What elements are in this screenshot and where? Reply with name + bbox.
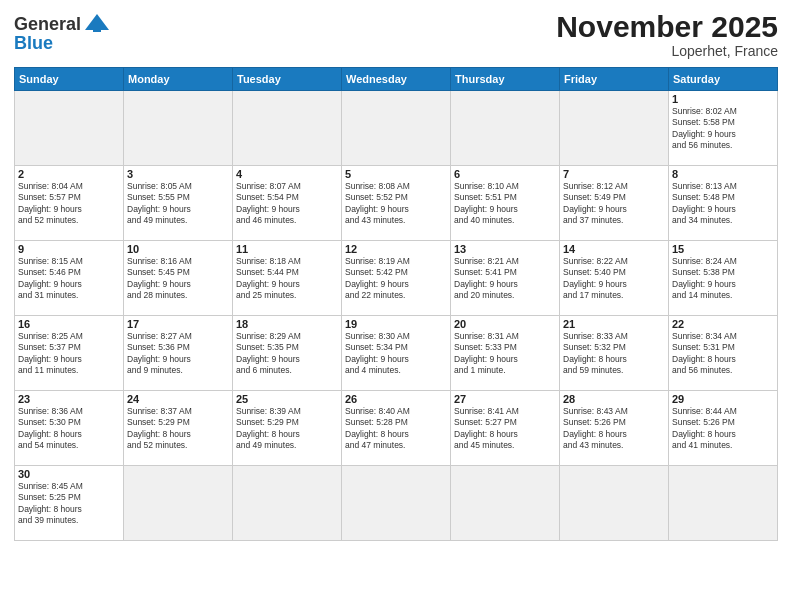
calendar-cell: 21Sunrise: 8:33 AM Sunset: 5:32 PM Dayli… [560, 316, 669, 391]
day-info: Sunrise: 8:21 AM Sunset: 5:41 PM Dayligh… [454, 256, 556, 302]
day-info: Sunrise: 8:27 AM Sunset: 5:36 PM Dayligh… [127, 331, 229, 377]
calendar-week-row: 16Sunrise: 8:25 AM Sunset: 5:37 PM Dayli… [15, 316, 778, 391]
day-number: 8 [672, 168, 774, 180]
calendar-cell: 2Sunrise: 8:04 AM Sunset: 5:57 PM Daylig… [15, 166, 124, 241]
calendar-header-row: Sunday Monday Tuesday Wednesday Thursday… [15, 68, 778, 91]
day-number: 9 [18, 243, 120, 255]
day-number: 27 [454, 393, 556, 405]
day-info: Sunrise: 8:25 AM Sunset: 5:37 PM Dayligh… [18, 331, 120, 377]
day-number: 10 [127, 243, 229, 255]
calendar-cell [342, 466, 451, 541]
calendar-cell: 4Sunrise: 8:07 AM Sunset: 5:54 PM Daylig… [233, 166, 342, 241]
day-info: Sunrise: 8:12 AM Sunset: 5:49 PM Dayligh… [563, 181, 665, 227]
day-info: Sunrise: 8:36 AM Sunset: 5:30 PM Dayligh… [18, 406, 120, 452]
day-info: Sunrise: 8:16 AM Sunset: 5:45 PM Dayligh… [127, 256, 229, 302]
day-number: 11 [236, 243, 338, 255]
title-block: November 2025 Loperhet, France [556, 10, 778, 59]
day-info: Sunrise: 8:30 AM Sunset: 5:34 PM Dayligh… [345, 331, 447, 377]
calendar-cell: 5Sunrise: 8:08 AM Sunset: 5:52 PM Daylig… [342, 166, 451, 241]
svg-rect-1 [93, 24, 101, 32]
calendar-cell [451, 466, 560, 541]
day-info: Sunrise: 8:41 AM Sunset: 5:27 PM Dayligh… [454, 406, 556, 452]
day-info: Sunrise: 8:04 AM Sunset: 5:57 PM Dayligh… [18, 181, 120, 227]
day-number: 14 [563, 243, 665, 255]
day-number: 30 [18, 468, 120, 480]
day-info: Sunrise: 8:13 AM Sunset: 5:48 PM Dayligh… [672, 181, 774, 227]
calendar-cell: 11Sunrise: 8:18 AM Sunset: 5:44 PM Dayli… [233, 241, 342, 316]
day-info: Sunrise: 8:45 AM Sunset: 5:25 PM Dayligh… [18, 481, 120, 527]
day-number: 12 [345, 243, 447, 255]
calendar-cell: 23Sunrise: 8:36 AM Sunset: 5:30 PM Dayli… [15, 391, 124, 466]
calendar-cell: 18Sunrise: 8:29 AM Sunset: 5:35 PM Dayli… [233, 316, 342, 391]
calendar-cell: 26Sunrise: 8:40 AM Sunset: 5:28 PM Dayli… [342, 391, 451, 466]
calendar-cell [342, 91, 451, 166]
day-info: Sunrise: 8:37 AM Sunset: 5:29 PM Dayligh… [127, 406, 229, 452]
calendar-cell: 30Sunrise: 8:45 AM Sunset: 5:25 PM Dayli… [15, 466, 124, 541]
day-info: Sunrise: 8:22 AM Sunset: 5:40 PM Dayligh… [563, 256, 665, 302]
calendar-cell: 7Sunrise: 8:12 AM Sunset: 5:49 PM Daylig… [560, 166, 669, 241]
day-number: 26 [345, 393, 447, 405]
day-info: Sunrise: 8:07 AM Sunset: 5:54 PM Dayligh… [236, 181, 338, 227]
day-info: Sunrise: 8:33 AM Sunset: 5:32 PM Dayligh… [563, 331, 665, 377]
logo: General Blue [14, 10, 111, 52]
calendar-cell [669, 466, 778, 541]
day-info: Sunrise: 8:44 AM Sunset: 5:26 PM Dayligh… [672, 406, 774, 452]
day-number: 4 [236, 168, 338, 180]
calendar-week-row: 23Sunrise: 8:36 AM Sunset: 5:30 PM Dayli… [15, 391, 778, 466]
calendar-cell [451, 91, 560, 166]
day-info: Sunrise: 8:34 AM Sunset: 5:31 PM Dayligh… [672, 331, 774, 377]
calendar-cell [15, 91, 124, 166]
day-number: 2 [18, 168, 120, 180]
day-info: Sunrise: 8:08 AM Sunset: 5:52 PM Dayligh… [345, 181, 447, 227]
day-info: Sunrise: 8:40 AM Sunset: 5:28 PM Dayligh… [345, 406, 447, 452]
calendar-cell: 20Sunrise: 8:31 AM Sunset: 5:33 PM Dayli… [451, 316, 560, 391]
day-number: 21 [563, 318, 665, 330]
calendar-cell: 15Sunrise: 8:24 AM Sunset: 5:38 PM Dayli… [669, 241, 778, 316]
day-number: 20 [454, 318, 556, 330]
day-number: 7 [563, 168, 665, 180]
header-friday: Friday [560, 68, 669, 91]
day-number: 1 [672, 93, 774, 105]
day-info: Sunrise: 8:05 AM Sunset: 5:55 PM Dayligh… [127, 181, 229, 227]
day-number: 18 [236, 318, 338, 330]
calendar-week-row: 1Sunrise: 8:02 AM Sunset: 5:58 PM Daylig… [15, 91, 778, 166]
day-number: 16 [18, 318, 120, 330]
calendar-cell: 24Sunrise: 8:37 AM Sunset: 5:29 PM Dayli… [124, 391, 233, 466]
day-number: 29 [672, 393, 774, 405]
calendar-cell: 17Sunrise: 8:27 AM Sunset: 5:36 PM Dayli… [124, 316, 233, 391]
calendar-week-row: 9Sunrise: 8:15 AM Sunset: 5:46 PM Daylig… [15, 241, 778, 316]
day-number: 3 [127, 168, 229, 180]
day-info: Sunrise: 8:29 AM Sunset: 5:35 PM Dayligh… [236, 331, 338, 377]
calendar-cell [560, 91, 669, 166]
day-number: 5 [345, 168, 447, 180]
day-info: Sunrise: 8:24 AM Sunset: 5:38 PM Dayligh… [672, 256, 774, 302]
calendar-cell: 13Sunrise: 8:21 AM Sunset: 5:41 PM Dayli… [451, 241, 560, 316]
day-info: Sunrise: 8:10 AM Sunset: 5:51 PM Dayligh… [454, 181, 556, 227]
calendar-cell: 10Sunrise: 8:16 AM Sunset: 5:45 PM Dayli… [124, 241, 233, 316]
day-number: 6 [454, 168, 556, 180]
calendar-cell: 1Sunrise: 8:02 AM Sunset: 5:58 PM Daylig… [669, 91, 778, 166]
logo-icon [83, 10, 111, 38]
day-info: Sunrise: 8:02 AM Sunset: 5:58 PM Dayligh… [672, 106, 774, 152]
header-saturday: Saturday [669, 68, 778, 91]
calendar-cell: 12Sunrise: 8:19 AM Sunset: 5:42 PM Dayli… [342, 241, 451, 316]
calendar-cell: 19Sunrise: 8:30 AM Sunset: 5:34 PM Dayli… [342, 316, 451, 391]
logo-text-blue: Blue [14, 34, 53, 52]
day-number: 24 [127, 393, 229, 405]
day-info: Sunrise: 8:43 AM Sunset: 5:26 PM Dayligh… [563, 406, 665, 452]
calendar-title: November 2025 [556, 10, 778, 43]
day-info: Sunrise: 8:19 AM Sunset: 5:42 PM Dayligh… [345, 256, 447, 302]
calendar-cell [124, 466, 233, 541]
calendar-cell: 6Sunrise: 8:10 AM Sunset: 5:51 PM Daylig… [451, 166, 560, 241]
day-number: 19 [345, 318, 447, 330]
calendar-cell: 14Sunrise: 8:22 AM Sunset: 5:40 PM Dayli… [560, 241, 669, 316]
header-thursday: Thursday [451, 68, 560, 91]
logo-text-general: General [14, 15, 81, 33]
day-info: Sunrise: 8:39 AM Sunset: 5:29 PM Dayligh… [236, 406, 338, 452]
day-number: 17 [127, 318, 229, 330]
day-number: 23 [18, 393, 120, 405]
day-info: Sunrise: 8:18 AM Sunset: 5:44 PM Dayligh… [236, 256, 338, 302]
day-number: 13 [454, 243, 556, 255]
header-wednesday: Wednesday [342, 68, 451, 91]
day-info: Sunrise: 8:15 AM Sunset: 5:46 PM Dayligh… [18, 256, 120, 302]
